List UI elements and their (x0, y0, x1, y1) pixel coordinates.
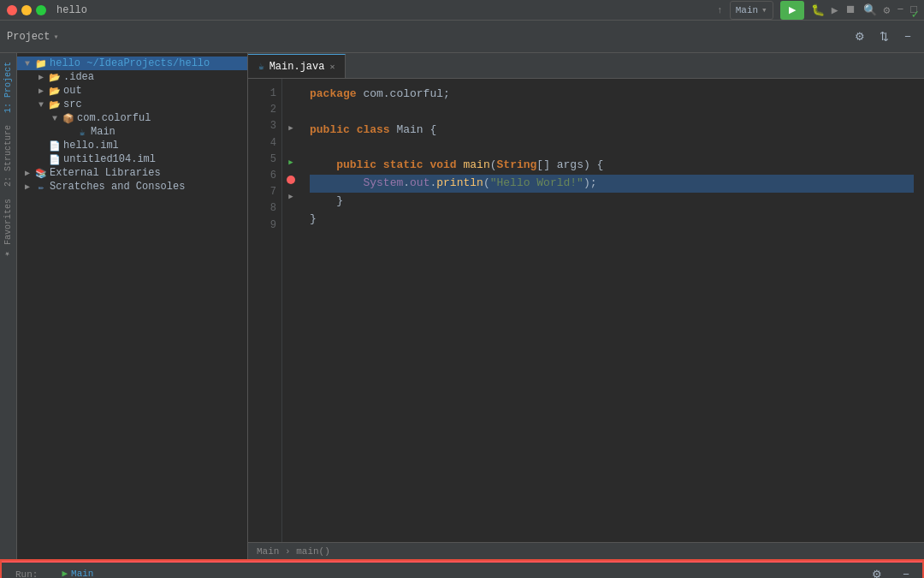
title-bar: hello ↑ Main ▾ ▶ 🐛 ▶ ⏹ 🔍 ⚙ − □ (0, 0, 924, 21)
code-line-3: public class Main { (310, 122, 914, 140)
tree-item-hello[interactable]: ▼ 📁 hello ~/IdeaProjects/hello (17, 57, 247, 70)
run-tab-run-label[interactable]: Run: (9, 563, 44, 578)
tree-item-idea[interactable]: ▶ 📂 .idea (17, 70, 247, 84)
project-tree: ▼ 📁 hello ~/IdeaProjects/hello ▶ 📂 .idea… (17, 53, 247, 559)
tree-item-com-colorful[interactable]: ▼ 📦 com.colorful (17, 111, 247, 125)
settings-icon[interactable]: ⚙ (884, 3, 891, 17)
breadcrumb: Main › main() (257, 546, 330, 557)
tree-item-untitled104-iml[interactable]: 📄 untitled104.iml (17, 152, 247, 166)
code-line-4 (310, 139, 914, 157)
scratches-icon: ✏️ (34, 182, 48, 193)
keyword-class: class (357, 122, 390, 140)
tree-label-external-libs: External Libraries (50, 167, 247, 179)
tab-label-main-java: Main.java (270, 61, 325, 73)
tree-label-idea: .idea (63, 71, 247, 83)
java-file-icon: ☕ (258, 61, 264, 72)
folder-icon: 📁 (34, 58, 48, 69)
tree-arrow-scratches: ▶ (21, 182, 34, 192)
branch-selector[interactable]: Main ▾ (730, 1, 773, 20)
tree-item-main-class[interactable]: ☕ Main (17, 125, 247, 139)
branch-label: Main (736, 5, 758, 15)
code-package-name: com.colorful; (357, 86, 450, 104)
line-numbers: 1 2 3 4 5 6 7 8 9 (248, 79, 282, 542)
file-saved-icon: ✓ (912, 7, 919, 21)
editor-status-bar: Main › main() (248, 542, 924, 559)
code-line-9 (310, 228, 914, 246)
code-indent-6 (310, 175, 363, 193)
sort-button[interactable]: ⇅ (874, 27, 893, 46)
maximize-button[interactable] (36, 5, 46, 15)
run-tab-main-label: Main (71, 569, 93, 579)
untitled-iml-icon: 📄 (48, 154, 62, 165)
external-libs-icon: 📚 (34, 168, 48, 179)
code-line-8: } (310, 211, 914, 229)
code-line-7: } (310, 193, 914, 211)
code-indent-7: } (310, 193, 343, 211)
tree-label-main: Main (91, 126, 247, 138)
collapse-button[interactable]: − (898, 27, 917, 46)
space5c (457, 157, 464, 175)
run-tab-main[interactable]: ▶ Main (55, 563, 100, 578)
title-bar-right: ↑ Main ▾ ▶ 🐛 ▶ ⏹ 🔍 ⚙ − □ (717, 1, 917, 20)
keyword-public-3: public (310, 122, 350, 140)
idea-folder-icon: 📂 (48, 72, 62, 83)
toolbar-right: ⚙ ⇅ − (850, 27, 917, 46)
run-close-button[interactable]: − (897, 565, 915, 579)
code-space (350, 122, 357, 140)
tree-arrow-ext-libs: ▶ (21, 168, 34, 178)
run-settings-button[interactable]: ⚙ (868, 565, 886, 579)
tree-label-out: out (63, 85, 247, 97)
editor-area: ☕ Main.java ✕ ✓ 1 2 3 4 5 6 7 8 9 (248, 53, 924, 559)
tree-arrow-com: ▼ (48, 114, 62, 123)
println-method: println (436, 175, 483, 193)
dot2: . (429, 175, 436, 193)
paren-open: ( (483, 175, 490, 193)
run-panel: Run: ▶ Main ⚙ − ▶ ⏹ ⬇ ↩ ⊟ 🖨 🗑 📌 (2, 561, 922, 578)
close-button[interactable] (7, 5, 17, 15)
tree-item-hello-iml[interactable]: 📄 hello.iml (17, 139, 247, 152)
sidebar-item-favorites[interactable]: ★ Favorites (2, 194, 15, 265)
keyword-string: String (497, 157, 537, 175)
code-class-name: Main { (390, 122, 437, 140)
minimize-button[interactable] (21, 5, 32, 15)
code-close-brace: } (310, 211, 317, 229)
run-panel-container: Run: ▶ Main ⚙ − ▶ ⏹ ⬇ ↩ ⊟ 🖨 🗑 📌 (0, 559, 924, 578)
editor-tab-main-java[interactable]: ☕ Main.java ✕ (248, 54, 346, 78)
tree-item-out[interactable]: ▶ 📂 out (17, 84, 247, 98)
package-icon: 📦 (62, 113, 75, 124)
src-folder-icon: 📂 (48, 99, 62, 110)
code-line-2 (310, 104, 914, 122)
tree-label-src: src (63, 98, 247, 110)
out-field: out (410, 175, 429, 193)
coverage-icon[interactable]: ▶ (832, 3, 838, 17)
sidebar-item-structure[interactable]: 2: Structure (2, 120, 15, 192)
tree-label-hello: hello ~/IdeaProjects/hello (50, 57, 247, 69)
code-params2: [] args) { (536, 157, 603, 175)
system-class: System (363, 175, 403, 193)
left-side-tabs: 1: Project 2: Structure ★ Favorites (0, 53, 17, 559)
editor-content: 1 2 3 4 5 6 7 8 9 ▶ ▶ ▶ (248, 79, 924, 542)
tree-label-hello-iml: hello.iml (63, 140, 247, 152)
search-everywhere-icon[interactable]: 🔍 (863, 3, 877, 17)
settings-toolbar-button[interactable]: ⚙ (850, 27, 869, 46)
gutter: ▶ ▶ ▶ (282, 79, 299, 542)
run-play-icon: ▶ (62, 568, 68, 578)
code-editor[interactable]: package com.colorful; public class Main … (299, 79, 924, 542)
run-button[interactable]: ▶ (780, 1, 804, 20)
window-minimize-icon[interactable]: − (897, 3, 903, 16)
keyword-package: package (310, 86, 357, 104)
run-panel-header: Run: ▶ Main ⚙ − (2, 563, 922, 578)
tree-arrow-src: ▼ (34, 100, 48, 110)
tab-close-button[interactable]: ✕ (329, 62, 335, 72)
debug-icon[interactable]: 🐛 (811, 3, 825, 17)
tree-item-scratches[interactable]: ▶ ✏️ Scratches and Consoles (17, 180, 247, 194)
tree-item-src[interactable]: ▼ 📂 src (17, 98, 247, 111)
sidebar-item-project[interactable]: 1: Project (2, 57, 15, 118)
tree-arrow-out: ▶ (34, 86, 48, 96)
tree-item-external-libs[interactable]: ▶ 📚 External Libraries (17, 166, 247, 180)
tree-arrow-idea: ▶ (34, 72, 48, 82)
keyword-public-5: public (336, 157, 376, 175)
code-params: ( (490, 157, 497, 175)
traffic-lights (7, 5, 46, 15)
stop-icon[interactable]: ⏹ (845, 3, 856, 16)
